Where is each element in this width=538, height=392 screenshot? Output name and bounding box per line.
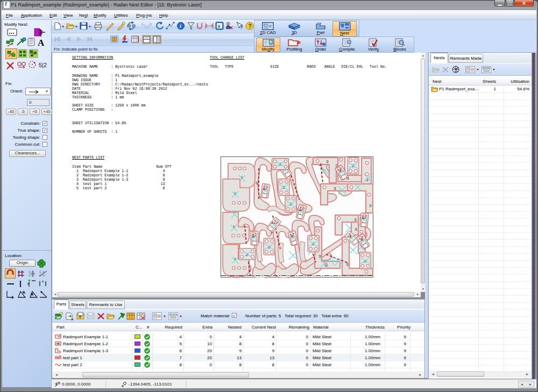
svg-text:1: 1 — [233, 225, 235, 229]
svg-text:5: 5 — [256, 181, 258, 186]
svg-text:3: 3 — [318, 254, 321, 259]
svg-text:1: 1 — [241, 175, 243, 179]
svg-text:4: 4 — [360, 238, 363, 242]
svg-text:3: 3 — [354, 217, 357, 222]
svg-text:5|2: 5|2 — [39, 62, 47, 68]
svg-text:4: 4 — [263, 187, 265, 191]
svg-text:4: 4 — [339, 169, 341, 173]
svg-text:4: 4 — [349, 234, 351, 239]
svg-text:A: A — [38, 38, 45, 48]
svg-text:?: ? — [249, 23, 252, 29]
svg-text:3: 3 — [355, 227, 357, 232]
svg-text:4: 4 — [252, 234, 254, 239]
svg-text:1: 1 — [234, 257, 236, 261]
svg-text:X: X — [217, 24, 221, 29]
svg-text:4: 4 — [299, 208, 301, 212]
svg-text:4: 4 — [291, 234, 293, 239]
svg-text:3: 3 — [369, 203, 372, 208]
svg-text:i: i — [180, 23, 181, 29]
svg-text:4: 4 — [271, 221, 273, 225]
svg-text:3: 3 — [326, 159, 329, 164]
svg-text:?: ? — [240, 25, 243, 30]
svg-text:4: 4 — [362, 216, 364, 220]
svg-text:3: 3 — [334, 186, 336, 191]
svg-text:1: 1 — [234, 191, 236, 195]
